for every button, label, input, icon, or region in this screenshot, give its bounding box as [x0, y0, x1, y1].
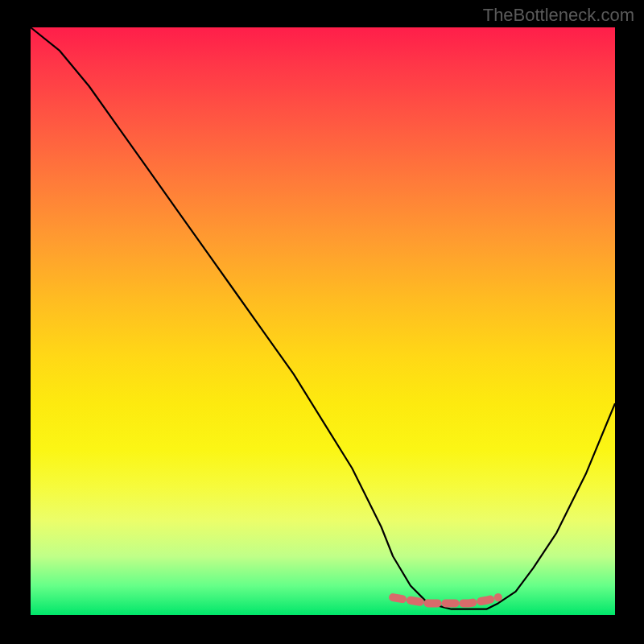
bottleneck-curve: [31, 27, 615, 609]
curve-layer: [31, 27, 615, 615]
plot-area: [31, 27, 615, 615]
watermark: TheBottleneck.com: [483, 5, 634, 26]
highlight-band: [393, 597, 498, 603]
